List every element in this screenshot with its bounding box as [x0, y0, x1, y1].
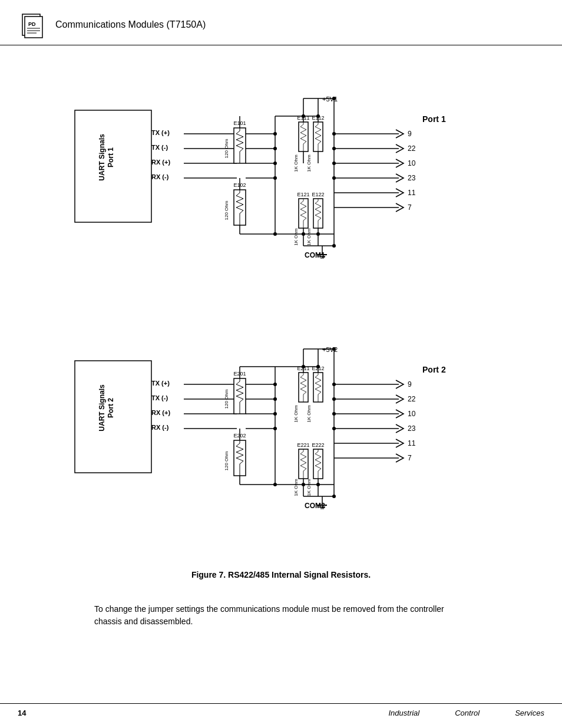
svg-point-65 — [316, 232, 320, 236]
svg-point-163 — [332, 397, 336, 401]
svg-text:1K Ohm: 1K Ohm — [306, 479, 312, 496]
port2-circuit: UART Signals Port 2 TX (+) TX (-) RX (+)… — [69, 311, 493, 564]
svg-text:11: 11 — [408, 189, 416, 197]
svg-text:1K Ohm: 1K Ohm — [306, 154, 312, 172]
svg-text:120 Ohm: 120 Ohm — [224, 389, 229, 409]
svg-text:1K Ohm: 1K Ohm — [306, 228, 312, 246]
svg-point-154 — [332, 495, 336, 498]
svg-text:7: 7 — [408, 454, 412, 462]
footer-industrial: Industrial — [388, 709, 419, 717]
svg-rect-1 — [25, 17, 42, 38]
svg-point-26 — [273, 132, 277, 136]
main-content: UART Signals Port 1 TX (+) TX (-) RX (+)… — [0, 45, 562, 640]
svg-point-114 — [273, 397, 277, 401]
svg-point-32 — [273, 176, 277, 180]
body-text: To change the jumper settings the commun… — [94, 603, 448, 628]
svg-text:23: 23 — [408, 424, 416, 433]
page-number: 14 — [18, 709, 26, 717]
svg-point-80 — [332, 176, 336, 180]
svg-text:9: 9 — [408, 130, 412, 138]
page-footer: 14 Industrial Control Services — [0, 703, 562, 717]
svg-text:E222: E222 — [312, 442, 324, 448]
svg-point-74 — [332, 132, 336, 136]
svg-text:1K Ohm: 1K Ohm — [293, 228, 299, 246]
svg-text:TX  (-): TX (-) — [151, 144, 168, 151]
diagram-area: UART Signals Port 1 TX (+) TX (-) RX (+)… — [47, 63, 515, 591]
svg-text:UART Signals: UART Signals — [98, 134, 106, 181]
document-icon: PD — [18, 11, 46, 39]
svg-point-167 — [332, 427, 336, 430]
svg-text:1K Ohm: 1K Ohm — [306, 405, 312, 423]
svg-text:RX  (-): RX (-) — [151, 424, 169, 431]
svg-point-118 — [273, 427, 277, 430]
svg-point-143 — [316, 365, 320, 368]
svg-text:Port 1: Port 1 — [107, 147, 115, 167]
svg-point-55 — [316, 114, 320, 118]
footer-control: Control — [455, 709, 480, 717]
svg-text:UART Signals: UART Signals — [98, 384, 106, 431]
svg-text:22: 22 — [408, 144, 416, 153]
svg-text:RX  (+): RX (+) — [151, 159, 170, 166]
svg-text:10: 10 — [408, 410, 416, 418]
svg-point-78 — [332, 162, 336, 165]
figure-caption: Figure 7. RS422/485 Internal Signal Resi… — [191, 570, 371, 579]
svg-point-28 — [273, 147, 277, 150]
svg-text:TX  (+): TX (+) — [151, 380, 170, 387]
svg-text:Port  2: Port 2 — [422, 365, 446, 374]
svg-point-151 — [302, 483, 305, 486]
svg-text:1K Ohm: 1K Ohm — [293, 479, 299, 496]
svg-text:1K Ohm: 1K Ohm — [293, 154, 299, 172]
svg-text:RX  (+): RX (+) — [151, 409, 170, 416]
svg-text:120 Ohm: 120 Ohm — [224, 451, 229, 470]
svg-text:E121: E121 — [297, 192, 309, 197]
svg-text:23: 23 — [408, 174, 416, 182]
svg-text:22: 22 — [408, 395, 416, 403]
svg-text:9: 9 — [408, 380, 412, 388]
svg-point-64 — [302, 232, 305, 236]
svg-point-30 — [273, 162, 277, 165]
svg-text:10: 10 — [408, 159, 416, 167]
port1-circuit: UART Signals Port 1 TX (+) TX (-) RX (+)… — [69, 63, 493, 311]
svg-text:120 Ohm: 120 Ohm — [224, 139, 229, 158]
svg-text:7: 7 — [408, 203, 412, 212]
svg-text:E221: E221 — [297, 442, 309, 448]
svg-point-116 — [273, 412, 277, 416]
page-header: PD Communications Modules (T7150A) — [0, 0, 562, 45]
svg-point-165 — [332, 412, 336, 416]
svg-text:1K Ohm: 1K Ohm — [293, 405, 299, 423]
footer-right: Industrial Control Services — [388, 709, 544, 717]
header-title: Communications Modules (T7150A) — [55, 19, 206, 30]
svg-text:TX  (+): TX (+) — [151, 129, 170, 136]
svg-point-152 — [316, 483, 320, 486]
svg-text:Port  1: Port 1 — [422, 114, 446, 124]
svg-point-112 — [273, 383, 277, 386]
svg-text:TX  (-): TX (-) — [151, 394, 168, 401]
svg-point-161 — [332, 383, 336, 386]
svg-text:E122: E122 — [312, 192, 324, 197]
footer-services: Services — [515, 709, 544, 717]
svg-point-76 — [332, 147, 336, 150]
svg-text:11: 11 — [408, 439, 416, 447]
svg-text:PD: PD — [28, 21, 36, 27]
svg-text:Port 2: Port 2 — [107, 398, 115, 418]
svg-text:120 Ohm: 120 Ohm — [224, 200, 229, 220]
svg-text:RX  (-): RX (-) — [151, 173, 169, 180]
svg-point-67 — [332, 244, 336, 248]
